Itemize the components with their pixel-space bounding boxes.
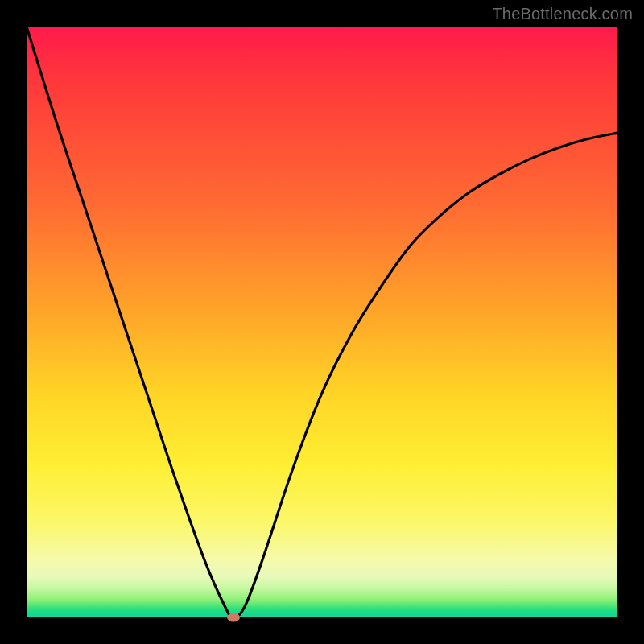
bottleneck-curve [27,27,617,617]
plot-area [27,27,617,617]
watermark-text: TheBottleneck.com [492,5,633,23]
curve-svg [27,27,617,617]
min-point-marker [227,613,240,622]
chart-frame: TheBottleneck.com [0,0,644,644]
